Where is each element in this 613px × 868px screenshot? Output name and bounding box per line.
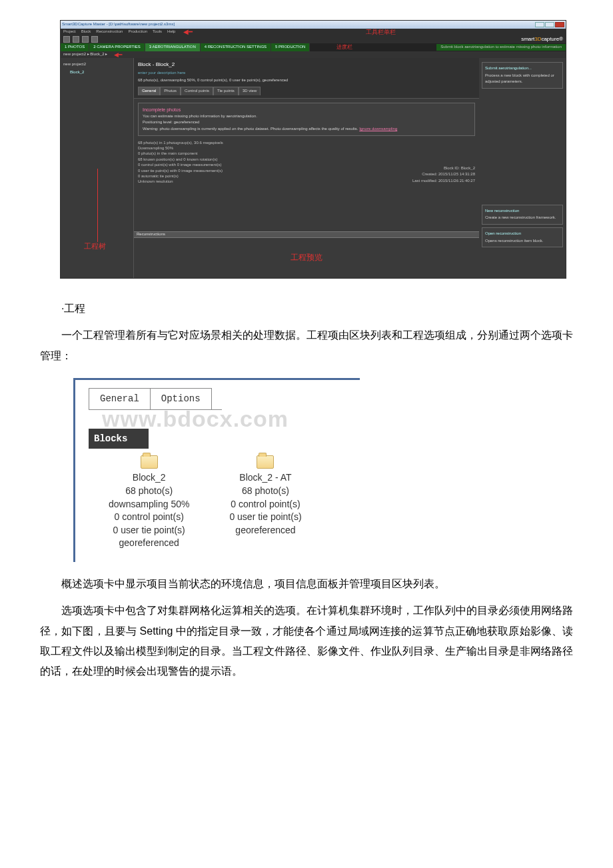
close-button[interactable] <box>555 22 564 27</box>
open-icon[interactable] <box>73 36 79 43</box>
block-line: downsampling 50% <box>109 498 189 511</box>
menubar: Project Block Reconstruction Production … <box>61 29 566 35</box>
step-recon[interactable]: 4 RECONSTRUCTION SETTINGS <box>201 43 271 51</box>
tab-options[interactable]: Options <box>150 388 212 409</box>
menu-block[interactable]: Block <box>81 29 91 35</box>
titlebar: Smart3DCapture Master - [D:\path\softwar… <box>61 21 566 29</box>
new-recon-card[interactable]: New reconstruction Create a new reconstr… <box>482 205 563 225</box>
breadcrumb[interactable]: new project2 ▸ Block_2 ▸ <box>63 51 107 58</box>
step-hint: Submit block aerotriangulation to estima… <box>436 44 566 51</box>
stats-list: 68 photo(s) in 1 photogroup(s), 30.6 meg… <box>138 140 223 185</box>
annotation-preview: 工程预览 <box>291 251 322 264</box>
warning-line: You can estimate missing photo informati… <box>143 113 470 120</box>
stats-line: 68 known position(s) and 0 known rotatio… <box>138 157 223 162</box>
block-meta: 68 photo(s), downsampling 50%, 0 control… <box>138 77 475 84</box>
tree-block[interactable]: Block_2 <box>69 69 132 77</box>
tab-general[interactable]: General <box>138 87 160 95</box>
block-line: georeferenced <box>229 524 301 537</box>
block-modified: Last modified: 2015/11/26 21:40:27 <box>412 178 475 185</box>
breadcrumb-row: new project2 ▸ Block_2 ▸ ◀━ <box>61 51 566 58</box>
menu-help[interactable]: Help <box>167 29 175 35</box>
block-line: 0 user tie point(s) <box>229 511 301 524</box>
app-window: Smart3DCapture Master - [D:\path\softwar… <box>60 20 566 279</box>
step-photos[interactable]: 1 PHOTOS <box>61 43 89 51</box>
menu-tools[interactable]: Tools <box>153 29 162 35</box>
block-line: 0 control point(s) <box>229 498 301 511</box>
block-description[interactable]: enter your description here <box>138 70 475 77</box>
tab-tie-points[interactable]: Tie points <box>213 87 239 95</box>
block-title: Block - Block_2 <box>138 61 475 69</box>
step-production[interactable]: 5 PRODUCTION <box>271 43 310 51</box>
open-recon-card[interactable]: Open reconstruction Opens reconstruction… <box>482 227 563 247</box>
stats-line: 0 photo(s) in the main component <box>138 151 223 156</box>
step-camera[interactable]: 2 CAMERA PROPERTIES <box>89 43 145 51</box>
block-line: 68 photo(s) <box>229 485 301 498</box>
stats-line: Downsampling 50% <box>138 145 223 151</box>
tree-root[interactable]: new project2 <box>62 61 132 69</box>
step-aerotri[interactable]: 3 AEROTRIANGULATION <box>145 43 201 51</box>
section-heading: ·工程 <box>40 299 573 319</box>
submit-at-card[interactable]: Submit aerotriangulation... Process a ne… <box>482 62 563 89</box>
card-desc: Process a new block with completed or ad… <box>485 73 560 85</box>
window-title: Smart3DCapture Master - [D:\path\softwar… <box>62 21 175 28</box>
reconstructions-header: Reconstructions <box>134 231 479 238</box>
stats-line: 0 control point(s) with 0 image measurem… <box>138 162 223 167</box>
warning-line: Positioning level: georeferenced <box>143 119 470 126</box>
block-id: Block ID: Block_2 <box>412 165 475 172</box>
card-desc: Create a new reconstruction framework. <box>485 215 560 221</box>
settings-icon[interactable] <box>91 36 98 43</box>
card-title: New reconstruction <box>485 208 560 215</box>
warning-line: Warning: photo downsampling is currently… <box>143 126 470 133</box>
block-name: Block_2 <box>109 471 189 485</box>
brand-logo: smart3Dcapture® <box>521 35 563 44</box>
menu-project[interactable]: Project <box>63 29 76 35</box>
folder-icon <box>141 455 158 469</box>
block-line: 0 user tie point(s) <box>109 524 189 537</box>
tab-photos[interactable]: Photos <box>160 87 181 95</box>
block-line: 0 control point(s) <box>109 511 189 524</box>
annotation-toolbar: 工具栏单栏 <box>366 27 396 37</box>
step-bar: 1 PHOTOS 2 CAMERA PROPERTIES 3 AEROTRIAN… <box>61 43 566 51</box>
maximize-button[interactable] <box>545 22 554 27</box>
stats-line: 0 automatic tie point(s) <box>138 173 223 179</box>
minimize-button[interactable] <box>535 22 544 27</box>
card-title: Open reconstruction <box>485 231 560 237</box>
stats-line: 0 user tie point(s) with 0 image measure… <box>138 168 223 173</box>
block-header: Block - Block_2 enter your description h… <box>134 58 479 99</box>
block-line: 68 photo(s) <box>109 485 189 498</box>
right-panel: Submit aerotriangulation... Process a ne… <box>479 58 566 278</box>
annotation-progress: 进度栏 <box>336 43 352 52</box>
save-icon[interactable] <box>82 36 89 43</box>
block-name: Block_2 - AT <box>229 471 301 485</box>
arrow-icon: ◀━ <box>183 29 193 35</box>
warning-box: Incomplete photos You can estimate missi… <box>138 103 475 136</box>
folder-icon <box>257 455 274 469</box>
block-created: Created: 2015/11/25 14:31:28 <box>412 171 475 178</box>
block-tabs: General Photos Control points Tie points… <box>138 87 475 95</box>
ignore-downsampling-link[interactable]: Ignore downsampling <box>359 127 397 131</box>
annotation-tree: 工程树 <box>84 241 106 253</box>
tab-general[interactable]: General <box>89 388 151 409</box>
blocks-header: Blocks <box>89 429 149 449</box>
window-buttons <box>535 22 564 27</box>
stats-line: Unknown resolution <box>138 179 223 184</box>
block-item[interactable]: Block_2 - AT 68 photo(s) 0 control point… <box>229 455 301 550</box>
block-timestamps: Block ID: Block_2 Created: 2015/11/25 14… <box>412 165 475 185</box>
tab-control-points[interactable]: Control points <box>181 87 213 95</box>
annotation-line <box>97 169 98 242</box>
tabs-row: General Options <box>89 388 222 410</box>
paragraph: 概述选项卡中显示项目当前状态的环境信息，项目信息面板并管理项目区块列表。 <box>40 574 573 594</box>
blocks-figure: www.bdocx.com General Options Blocks Blo… <box>73 378 360 562</box>
block-line: georeferenced <box>109 537 189 550</box>
paragraph: 一个工程管理着所有与它对应场景相关的处理数据。工程项由区块列表和工程选项组成，分… <box>40 325 573 366</box>
icon-toolbar: smart3Dcapture® <box>61 35 566 43</box>
card-desc: Opens reconstruction item block. <box>485 238 560 245</box>
card-title: Submit aerotriangulation... <box>485 65 560 72</box>
block-item[interactable]: Block_2 68 photo(s) downsampling 50% 0 c… <box>109 455 189 550</box>
tab-3d-view[interactable]: 3D view <box>239 87 261 95</box>
stats-line: 68 photo(s) in 1 photogroup(s), 30.6 meg… <box>138 140 223 145</box>
arrow-icon: ◀━ <box>114 52 122 58</box>
new-icon[interactable] <box>63 36 70 43</box>
menu-reconstruction[interactable]: Reconstruction <box>96 29 123 35</box>
menu-production[interactable]: Production <box>128 29 147 35</box>
